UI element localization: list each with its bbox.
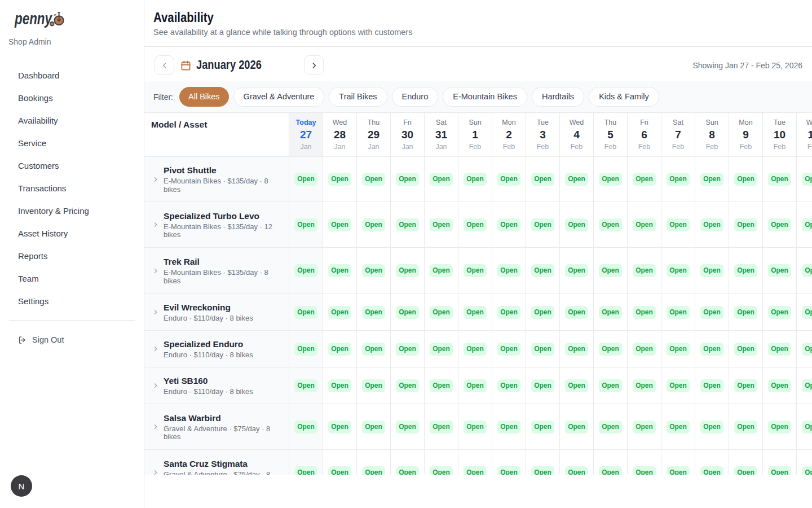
- svg-text:penny: penny: [14, 9, 52, 28]
